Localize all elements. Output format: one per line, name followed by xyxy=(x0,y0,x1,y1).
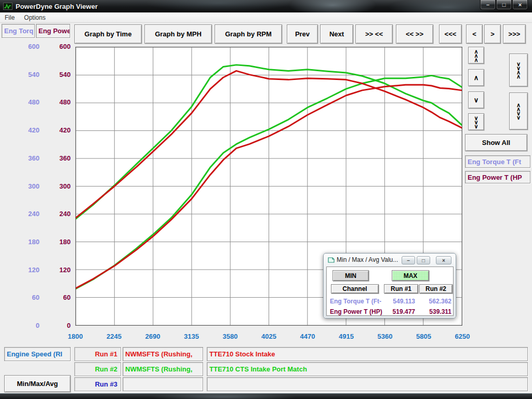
toolbar-button-nav-5[interactable]: >> << xyxy=(355,24,393,44)
minmax-avg-button[interactable]: Min/Max/Avg xyxy=(4,375,71,392)
row-torque-run2: 562.362 xyxy=(420,298,451,305)
toolbar-button-nav-9[interactable]: > xyxy=(484,24,501,44)
y-tick-label-torque: 180 xyxy=(12,238,39,246)
x-tick-label: 4470 xyxy=(291,332,324,340)
x-tick-label: 3135 xyxy=(175,332,208,340)
row-power-run1: 519.477 xyxy=(384,308,415,315)
x-tick-label: 5805 xyxy=(407,332,441,340)
row-torque-run1: 549.113 xyxy=(384,298,415,305)
menu-file[interactable]: File xyxy=(0,13,19,22)
toolbar-button-nav-6[interactable]: << >> xyxy=(396,24,433,44)
column-header-run1: Run #1 xyxy=(384,284,418,294)
x-tick-label: 3580 xyxy=(214,332,247,340)
x-channel-button[interactable]: Engine Speed (RI xyxy=(4,347,71,361)
y-tick-label-torque: 540 xyxy=(12,71,39,78)
run-file-3[interactable] xyxy=(123,377,203,391)
min-button[interactable]: MIN xyxy=(332,270,369,281)
y-tick-label-torque: 120 xyxy=(12,266,39,274)
x-tick-label: 4025 xyxy=(252,332,286,340)
app-icon xyxy=(3,3,12,10)
toolbar-button-graph-by-time[interactable]: Graph by Time xyxy=(74,24,142,44)
y-tick-label-power: 240 xyxy=(44,210,71,218)
x-tick-label: 5360 xyxy=(368,332,402,340)
row-power-run2: 539.311 xyxy=(420,308,451,315)
run-label-3[interactable]: Run #3 xyxy=(74,377,121,391)
x-tick-label: 2245 xyxy=(98,332,131,340)
toolbar-button-prev[interactable]: Prev xyxy=(287,24,318,44)
run-file-2[interactable]: NWMSFTS (Rushing, xyxy=(123,362,203,376)
power-channel-label[interactable]: Eng Power T (HP xyxy=(465,171,530,183)
y-tick-label-power: 120 xyxy=(44,266,71,274)
scroll-up-button[interactable]: ∧ xyxy=(468,69,484,86)
x-tick-label: 1800 xyxy=(59,332,92,340)
minmax-window[interactable]: Min / Max / Avg Valu... – □ × MIN MAX Ch… xyxy=(323,253,456,318)
toolbar-button-nav-10[interactable]: >>> xyxy=(503,24,526,44)
zoom-out-y-button[interactable]: ∧∧∨∨ xyxy=(509,92,528,130)
scroll-down-button[interactable]: ∨ xyxy=(468,91,484,109)
x-tick-label: 2690 xyxy=(136,332,169,340)
title-bar: PowerDyne Graph Viewer – □ × xyxy=(0,0,532,12)
minmax-window-titlebar[interactable]: Min / Max / Avg Valu... – □ × xyxy=(324,254,456,266)
y-tick-label-power: 540 xyxy=(44,71,71,78)
y-tick-label-power: 0 xyxy=(44,322,71,329)
y-tick-label-power: 420 xyxy=(44,126,71,134)
run-label-2[interactable]: Run #2 xyxy=(74,362,121,376)
y-tick-label-torque: 240 xyxy=(12,210,39,218)
scroll-down-fast-button[interactable]: ∨∨∨ xyxy=(468,113,484,130)
zoom-in-y-button[interactable]: ∨∨∧∧ xyxy=(509,54,528,87)
y-tick-label-torque: 420 xyxy=(12,126,39,134)
menu-options[interactable]: Options xyxy=(19,13,50,22)
minmax-window-title: Min / Max / Avg Valu... xyxy=(337,256,398,263)
scroll-up-fast-button[interactable]: ∧∧∧ xyxy=(468,47,484,64)
menu-bar: File Options xyxy=(0,12,532,23)
y-tick-label-power: 360 xyxy=(44,154,71,162)
x-tick-label: 6250 xyxy=(446,332,479,340)
run-description-1[interactable]: TTE710 Stock Intake xyxy=(207,347,528,361)
y-tick-label-torque: 300 xyxy=(12,182,39,190)
run-file-1[interactable]: NWMSFTS (Rushing, xyxy=(123,347,203,361)
max-button[interactable]: MAX xyxy=(392,270,429,281)
y-tick-label-torque: 0 xyxy=(12,322,39,329)
run-label-1[interactable]: Run #1 xyxy=(74,347,121,361)
y-tick-label-power: 600 xyxy=(44,43,71,50)
channel-button-power[interactable]: Eng Powe xyxy=(36,24,70,38)
run-description-3[interactable] xyxy=(207,377,528,391)
toolbar-button-nav-7[interactable]: <<< xyxy=(439,24,462,44)
minimize-button[interactable]: – xyxy=(480,0,496,10)
window-bottom-frame xyxy=(0,393,532,399)
minmax-close-button[interactable]: × xyxy=(436,256,451,264)
minmax-restore-button[interactable]: □ xyxy=(417,256,430,264)
y-tick-label-torque: 600 xyxy=(12,43,39,50)
y-tick-label-torque: 60 xyxy=(12,294,39,301)
minmax-window-icon xyxy=(328,257,335,263)
toolbar-button-nav-8[interactable]: < xyxy=(466,24,483,44)
channel-button-torque[interactable]: Eng Torq xyxy=(2,24,35,38)
column-header-run2: Run #2 xyxy=(419,284,453,294)
toolbar-button-next[interactable]: Next xyxy=(320,24,353,44)
column-header-channel: Channel xyxy=(331,284,379,294)
close-button[interactable]: × xyxy=(512,0,528,10)
y-tick-label-power: 60 xyxy=(44,294,71,301)
toolbar-button-graph-by-mph[interactable]: Graph by MPH xyxy=(144,24,212,44)
y-tick-label-power: 180 xyxy=(44,238,71,246)
run-description-2[interactable]: TTE710 CTS Intake Port Match xyxy=(207,362,528,376)
y-tick-label-power: 300 xyxy=(44,182,71,190)
restore-button[interactable]: □ xyxy=(496,0,512,10)
show-all-button[interactable]: Show All xyxy=(465,134,527,151)
y-tick-label-torque: 480 xyxy=(12,98,39,106)
y-tick-label-power: 480 xyxy=(44,98,71,106)
window-title: PowerDyne Graph Viewer xyxy=(16,3,98,10)
toolbar-button-graph-by-rpm[interactable]: Graph by RPM xyxy=(215,24,282,44)
y-tick-label-torque: 360 xyxy=(12,154,39,162)
x-tick-label: 4915 xyxy=(330,332,363,340)
minmax-minimize-button[interactable]: – xyxy=(402,256,415,264)
torque-channel-label[interactable]: Eng Torque T (Ft xyxy=(465,155,530,168)
minmax-window-body: MIN MAX Channel Run #1 Run #2 Eng Torque… xyxy=(326,267,454,316)
